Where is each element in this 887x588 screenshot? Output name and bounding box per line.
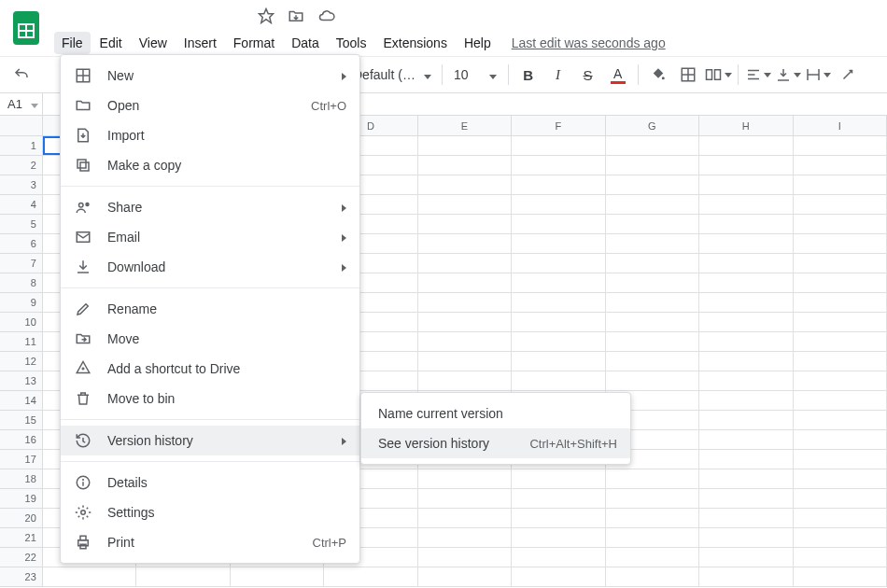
cell[interactable] (418, 567, 512, 587)
cell[interactable] (418, 136, 512, 156)
row-header[interactable]: 5 (0, 215, 43, 234)
cell[interactable] (699, 567, 793, 587)
row-header[interactable]: 13 (0, 371, 43, 391)
cell[interactable] (699, 391, 793, 411)
cell[interactable] (418, 548, 512, 567)
menu-insert[interactable]: Insert (176, 32, 224, 54)
menu-item-move-to-bin[interactable]: Move to bin (61, 384, 359, 413)
row-header[interactable]: 19 (0, 489, 43, 509)
cell[interactable] (699, 195, 793, 215)
cell[interactable] (418, 195, 512, 215)
cell[interactable] (699, 411, 793, 430)
cell[interactable] (418, 313, 512, 332)
submenu-item-see-history[interactable]: See version history Ctrl+Alt+Shift+H (361, 428, 630, 458)
cloud-icon[interactable] (317, 7, 336, 28)
cell[interactable] (606, 567, 699, 587)
cell[interactable] (606, 528, 699, 548)
cell[interactable] (512, 273, 605, 293)
col-header[interactable]: F (512, 116, 605, 135)
text-wrap-button[interactable] (804, 61, 832, 89)
cell[interactable] (699, 175, 793, 195)
cell[interactable] (699, 430, 793, 450)
cell[interactable] (418, 293, 512, 313)
undo-button[interactable] (7, 61, 35, 89)
row-header[interactable]: 21 (0, 528, 43, 548)
menu-item-download[interactable]: Download (61, 252, 359, 282)
menu-item-details[interactable]: Details (61, 468, 359, 497)
font-selector[interactable]: Default (Arial) (348, 63, 436, 87)
cell[interactable] (512, 352, 605, 371)
row-header[interactable]: 14 (0, 391, 43, 411)
cell[interactable] (512, 156, 605, 175)
cell[interactable] (699, 450, 793, 469)
cell[interactable] (606, 332, 699, 352)
font-size-selector[interactable]: 10 (448, 63, 502, 87)
cell[interactable] (418, 234, 512, 254)
cell[interactable] (324, 567, 417, 587)
cell[interactable] (418, 509, 512, 528)
cell[interactable] (418, 254, 512, 273)
cell[interactable] (699, 313, 793, 332)
cell[interactable] (794, 528, 887, 548)
cell[interactable] (794, 332, 887, 352)
cell[interactable] (418, 156, 512, 175)
row-header[interactable]: 17 (0, 450, 43, 469)
cell[interactable] (794, 313, 887, 332)
text-rotation-button[interactable] (834, 61, 862, 89)
menu-item-version-history[interactable]: Version history (61, 426, 359, 455)
cell[interactable] (794, 411, 887, 430)
col-header[interactable]: I (794, 116, 887, 135)
cell[interactable] (136, 567, 230, 587)
row-header[interactable]: 8 (0, 273, 43, 293)
last-edit-link[interactable]: Last edit was seconds ago (512, 35, 666, 50)
cell[interactable] (231, 567, 324, 587)
row-header[interactable]: 22 (0, 548, 43, 567)
fill-color-button[interactable] (644, 61, 672, 89)
row-header[interactable]: 3 (0, 175, 43, 195)
cell[interactable] (606, 136, 699, 156)
col-header[interactable]: H (699, 116, 793, 135)
cell[interactable] (606, 175, 699, 195)
cell[interactable] (512, 489, 605, 509)
cell[interactable] (512, 234, 605, 254)
cell[interactable] (699, 528, 793, 548)
cell[interactable] (418, 352, 512, 371)
cell[interactable] (512, 469, 605, 489)
cell[interactable] (606, 313, 699, 332)
cell[interactable] (794, 567, 887, 587)
cell[interactable] (606, 469, 699, 489)
bold-button[interactable]: B (514, 61, 542, 89)
cell[interactable] (606, 371, 699, 391)
cell[interactable] (699, 273, 793, 293)
borders-button[interactable] (674, 61, 702, 89)
cell[interactable] (418, 528, 512, 548)
cell[interactable] (512, 313, 605, 332)
row-header[interactable]: 10 (0, 313, 43, 332)
row-header[interactable]: 12 (0, 352, 43, 371)
cell[interactable] (699, 234, 793, 254)
menu-format[interactable]: Format (226, 32, 282, 54)
merge-cells-button[interactable] (704, 61, 732, 89)
cell[interactable] (418, 332, 512, 352)
cell[interactable] (794, 469, 887, 489)
cell[interactable] (794, 391, 887, 411)
cell[interactable] (606, 548, 699, 567)
strikethrough-button[interactable]: S (574, 61, 602, 89)
cell[interactable] (512, 136, 605, 156)
menu-item-move[interactable]: Move (61, 324, 359, 354)
cell[interactable] (699, 548, 793, 567)
cell[interactable] (699, 136, 793, 156)
cell[interactable] (794, 352, 887, 371)
cell[interactable] (418, 175, 512, 195)
cell[interactable] (418, 371, 512, 391)
cell[interactable] (794, 450, 887, 469)
cell[interactable] (512, 293, 605, 313)
menu-item-email[interactable]: Email (61, 222, 359, 252)
cell[interactable] (699, 215, 793, 234)
cell[interactable] (699, 293, 793, 313)
cell[interactable] (606, 156, 699, 175)
menu-item-open[interactable]: Open Ctrl+O (61, 91, 359, 120)
menu-item-share[interactable]: Share (61, 192, 359, 222)
cell[interactable] (418, 489, 512, 509)
menu-item-add-shortcut[interactable]: Add a shortcut to Drive (61, 354, 359, 384)
